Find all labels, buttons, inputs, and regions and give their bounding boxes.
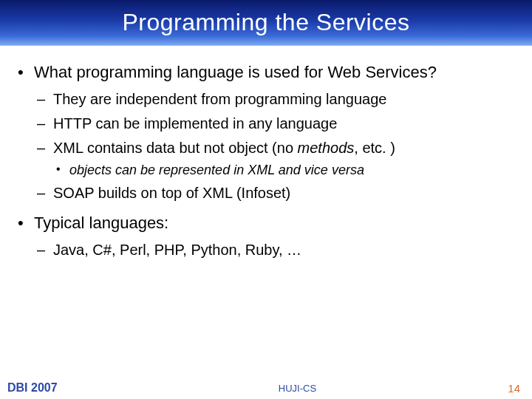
bullet-text: objects can be represented in XML and vi…	[69, 163, 364, 177]
footer: DBI 2007 HUJI-CS 14	[0, 377, 532, 399]
bullet-text: They are independent from programming la…	[53, 91, 386, 107]
page-number: 14	[508, 382, 532, 395]
bullet-text: SOAP builds on top of XML (Infoset)	[53, 185, 290, 201]
bullet-text: Java, C#, Perl, PHP, Python, Ruby, …	[53, 242, 301, 258]
list-item: SOAP builds on top of XML (Infoset)	[34, 184, 510, 202]
bullet-text: Typical languages:	[34, 214, 168, 232]
footer-left: DBI 2007	[0, 381, 58, 395]
list-item: What programming language is used for We…	[13, 62, 510, 202]
title-bar: Programming the Services	[0, 0, 532, 46]
bullet-text: HTTP can be implemented in any language	[53, 115, 337, 132]
slide: Programming the Services What programmin…	[0, 0, 532, 399]
bullet-list: What programming language is used for We…	[13, 62, 510, 259]
list-item: Typical languages: Java, C#, Perl, PHP, …	[13, 213, 510, 259]
bullet-text: XML contains data but not object (no met…	[53, 140, 395, 156]
list-item: They are independent from programming la…	[34, 90, 510, 109]
bullet-sublist: Java, C#, Perl, PHP, Python, Ruby, …	[34, 241, 510, 259]
list-item: XML contains data but not object (no met…	[34, 139, 510, 179]
bullet-text: What programming language is used for We…	[34, 63, 437, 81]
slide-title: Programming the Services	[122, 9, 409, 36]
list-item: objects can be represented in XML and vi…	[53, 162, 510, 179]
list-item: Java, C#, Perl, PHP, Python, Ruby, …	[34, 241, 510, 259]
slide-body: What programming language is used for We…	[0, 46, 532, 399]
bullet-subsublist: objects can be represented in XML and vi…	[53, 162, 510, 179]
footer-center: HUJI-CS	[58, 383, 508, 394]
bullet-sublist: They are independent from programming la…	[34, 90, 510, 203]
list-item: HTTP can be implemented in any language	[34, 115, 510, 133]
